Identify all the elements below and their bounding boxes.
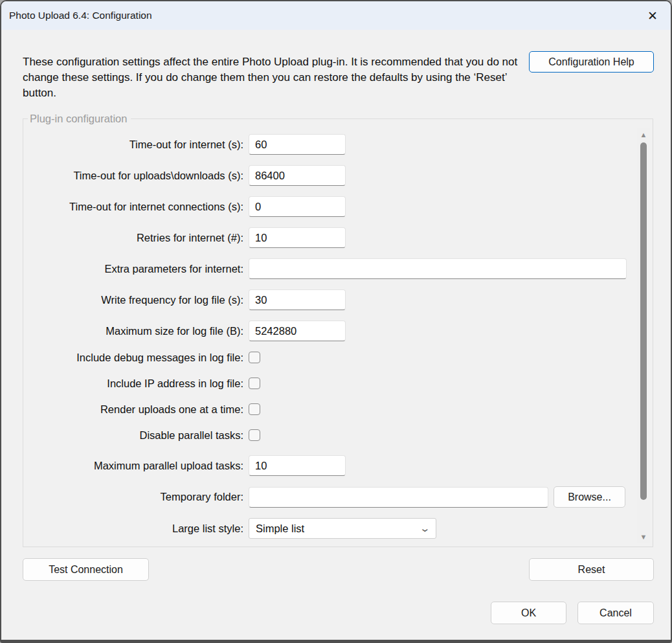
test-connection-button[interactable]: Test Connection: [23, 558, 149, 581]
field-label: Large list style:: [23, 523, 249, 535]
field-row: Render uploads one at a time:: [23, 403, 653, 415]
group-title: Plug-in configuration: [28, 113, 131, 125]
window-title: Photo Upload 6.4: Configuration: [9, 10, 152, 21]
close-icon[interactable]: ✕: [641, 5, 664, 27]
extra-parameters-input[interactable]: [249, 258, 627, 279]
field-label: Temporary folder:: [23, 491, 249, 503]
field-row: Extra parameters for internet:: [23, 258, 653, 279]
field-label: Maximum parallel upload tasks:: [23, 460, 249, 472]
field-row: Write frequency for log file (s):: [23, 289, 653, 310]
field-label: Time-out for internet connections (s):: [23, 201, 249, 213]
dropdown-selected-value: Simple list: [256, 523, 304, 535]
field-row: Maximum size for log file (B):: [23, 321, 653, 341]
chevron-down-icon: ⌄: [420, 525, 431, 532]
field-label: Include debug messages in log file:: [23, 352, 249, 364]
timeout-uploads-downloads-input[interactable]: [249, 165, 346, 186]
large-list-style-dropdown[interactable]: Simple list ⌄: [249, 518, 436, 539]
vertical-scrollbar[interactable]: ▲ ▼: [637, 128, 650, 543]
intro-text: These configuration settings affect the …: [23, 54, 521, 101]
cancel-button[interactable]: Cancel: [577, 602, 654, 624]
max-parallel-upload-tasks-input[interactable]: [249, 455, 346, 476]
include-ip-address-checkbox[interactable]: [249, 378, 260, 389]
disable-parallel-tasks-checkbox[interactable]: [249, 429, 260, 441]
temporary-folder-input[interactable]: [249, 487, 548, 508]
scrollbar-thumb[interactable]: [640, 142, 647, 500]
field-row: Include IP address in log file:: [23, 378, 653, 389]
field-label: Retries for internet (#):: [23, 232, 249, 244]
field-row: Large list style: Simple list ⌄: [23, 518, 653, 539]
field-row: Disable parallel tasks:: [23, 429, 653, 441]
reset-button[interactable]: Reset: [529, 558, 654, 581]
field-label: Maximum size for log file (B):: [23, 325, 249, 337]
field-row: Temporary folder: Browse...: [23, 486, 653, 508]
field-row: Time-out for internet (s):: [23, 134, 653, 155]
timeout-internet-connections-input[interactable]: [249, 196, 346, 217]
field-row: Time-out for uploads\downloads (s):: [23, 165, 653, 186]
field-row: Include debug messages in log file:: [23, 352, 653, 363]
ok-button[interactable]: OK: [491, 602, 566, 624]
field-row: Time-out for internet connections (s):: [23, 196, 653, 217]
retries-internet-input[interactable]: [249, 227, 346, 248]
field-label: Time-out for internet (s):: [23, 139, 249, 151]
render-uploads-one-at-a-time-checkbox[interactable]: [249, 403, 260, 415]
field-label: Write frequency for log file (s):: [23, 294, 249, 306]
field-label: Extra parameters for internet:: [23, 263, 249, 275]
scroll-down-icon[interactable]: ▼: [637, 532, 650, 542]
configuration-dialog: Photo Upload 6.4: Configuration ✕ These …: [0, 0, 672, 643]
title-bar: Photo Upload 6.4: Configuration ✕: [1, 1, 671, 30]
field-label: Include IP address in log file:: [23, 378, 249, 390]
timeout-internet-input[interactable]: [249, 134, 346, 155]
field-label: Time-out for uploads\downloads (s):: [23, 170, 249, 182]
plugin-configuration-group: Plug-in configuration Time-out for inter…: [23, 113, 653, 547]
field-row: Maximum parallel upload tasks:: [23, 455, 653, 476]
field-label: Disable parallel tasks:: [23, 429, 249, 442]
field-row: Retries for internet (#):: [23, 227, 653, 248]
field-label: Render uploads one at a time:: [23, 403, 249, 416]
max-size-log-input[interactable]: [249, 321, 346, 341]
write-frequency-log-input[interactable]: [249, 289, 346, 310]
configuration-help-button[interactable]: Configuration Help: [529, 51, 654, 73]
browse-button[interactable]: Browse...: [554, 486, 625, 508]
scroll-up-icon[interactable]: ▲: [637, 130, 650, 140]
include-debug-messages-checkbox[interactable]: [249, 352, 260, 363]
